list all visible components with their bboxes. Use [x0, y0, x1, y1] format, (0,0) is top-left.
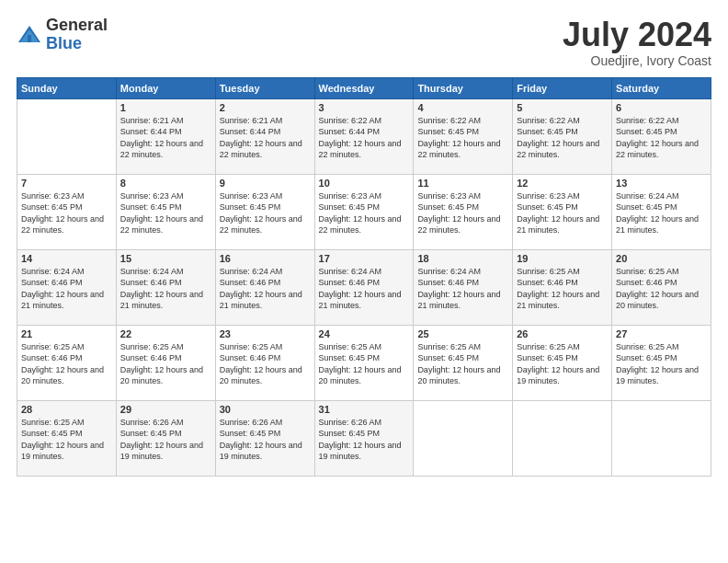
title-block: July 2024 Ouedjire, Ivory Coast [563, 17, 711, 68]
cell-info: Sunrise: 6:24 AMSunset: 6:46 PMDaylight:… [21, 267, 104, 311]
day-number: 22 [120, 328, 211, 339]
calendar-cell: 17Sunrise: 6:24 AMSunset: 6:46 PMDayligh… [314, 249, 414, 325]
cell-info: Sunrise: 6:26 AMSunset: 6:45 PMDaylight:… [319, 418, 402, 462]
calendar-cell: 31Sunrise: 6:26 AMSunset: 6:45 PMDayligh… [314, 400, 414, 476]
day-number: 10 [319, 178, 410, 189]
day-number: 1 [120, 102, 211, 113]
calendar-cell: 24Sunrise: 6:25 AMSunset: 6:45 PMDayligh… [314, 325, 414, 400]
logo-text: General Blue [46, 17, 108, 53]
calendar-cell: 8Sunrise: 6:23 AMSunset: 6:45 PMDaylight… [116, 174, 215, 249]
cell-info: Sunrise: 6:23 AMSunset: 6:45 PMDaylight:… [220, 191, 302, 236]
day-number: 9 [220, 178, 311, 189]
day-number: 24 [319, 328, 410, 339]
calendar-cell: 16Sunrise: 6:24 AMSunset: 6:46 PMDayligh… [215, 249, 314, 325]
calendar-cell: 26Sunrise: 6:25 AMSunset: 6:45 PMDayligh… [513, 325, 612, 400]
day-number: 8 [120, 178, 211, 189]
calendar-cell [612, 400, 711, 476]
calendar-cell: 6Sunrise: 6:22 AMSunset: 6:45 PMDaylight… [612, 98, 711, 174]
cell-info: Sunrise: 6:25 AMSunset: 6:45 PMDaylight:… [417, 342, 500, 386]
calendar-cell: 4Sunrise: 6:22 AMSunset: 6:45 PMDaylight… [414, 98, 513, 174]
day-number: 27 [616, 328, 707, 339]
calendar-cell: 28Sunrise: 6:25 AMSunset: 6:45 PMDayligh… [17, 400, 117, 476]
cell-info: Sunrise: 6:25 AMSunset: 6:46 PMDaylight:… [616, 267, 699, 311]
day-header-tuesday: Tuesday [215, 77, 314, 98]
logo-general-text: General [46, 17, 108, 35]
day-number: 30 [220, 404, 311, 415]
day-number: 4 [417, 102, 508, 113]
week-row-4: 28Sunrise: 6:25 AMSunset: 6:45 PMDayligh… [17, 400, 711, 476]
day-number: 6 [616, 102, 707, 113]
day-number: 16 [220, 253, 311, 264]
calendar-cell: 18Sunrise: 6:24 AMSunset: 6:46 PMDayligh… [414, 249, 513, 325]
cell-info: Sunrise: 6:24 AMSunset: 6:46 PMDaylight:… [319, 267, 402, 311]
calendar-cell: 12Sunrise: 6:23 AMSunset: 6:45 PMDayligh… [513, 174, 612, 249]
day-number: 5 [517, 102, 608, 113]
week-row-0: 1Sunrise: 6:21 AMSunset: 6:44 PMDaylight… [17, 98, 711, 174]
calendar-cell: 25Sunrise: 6:25 AMSunset: 6:45 PMDayligh… [414, 325, 513, 400]
day-number: 31 [319, 404, 410, 415]
cell-info: Sunrise: 6:23 AMSunset: 6:45 PMDaylight:… [417, 191, 500, 236]
calendar-cell [513, 400, 612, 476]
cell-info: Sunrise: 6:23 AMSunset: 6:45 PMDaylight:… [319, 191, 402, 236]
page: General Blue July 2024 Ouedjire, Ivory C… [0, 0, 728, 563]
day-number: 14 [21, 253, 112, 264]
day-header-friday: Friday [513, 77, 612, 98]
cell-info: Sunrise: 6:24 AMSunset: 6:46 PMDaylight:… [417, 267, 500, 311]
calendar-cell: 30Sunrise: 6:26 AMSunset: 6:45 PMDayligh… [215, 400, 314, 476]
day-number: 28 [21, 404, 112, 415]
calendar-cell: 14Sunrise: 6:24 AMSunset: 6:46 PMDayligh… [17, 249, 117, 325]
day-number: 7 [21, 178, 112, 189]
calendar-cell: 7Sunrise: 6:23 AMSunset: 6:45 PMDaylight… [17, 174, 117, 249]
calendar-cell: 3Sunrise: 6:22 AMSunset: 6:44 PMDaylight… [314, 98, 414, 174]
cell-info: Sunrise: 6:22 AMSunset: 6:45 PMDaylight:… [417, 116, 500, 160]
calendar-cell: 1Sunrise: 6:21 AMSunset: 6:44 PMDaylight… [116, 98, 215, 174]
week-row-3: 21Sunrise: 6:25 AMSunset: 6:46 PMDayligh… [17, 325, 711, 400]
cell-info: Sunrise: 6:24 AMSunset: 6:45 PMDaylight:… [616, 191, 699, 236]
cell-info: Sunrise: 6:25 AMSunset: 6:45 PMDaylight:… [319, 342, 402, 386]
calendar-cell: 19Sunrise: 6:25 AMSunset: 6:46 PMDayligh… [513, 249, 612, 325]
calendar-cell: 5Sunrise: 6:22 AMSunset: 6:45 PMDaylight… [513, 98, 612, 174]
day-number: 20 [616, 253, 707, 264]
cell-info: Sunrise: 6:25 AMSunset: 6:45 PMDaylight:… [616, 342, 699, 386]
logo-blue-text: Blue [46, 35, 108, 53]
header: General Blue July 2024 Ouedjire, Ivory C… [17, 17, 711, 68]
day-number: 2 [220, 102, 311, 113]
cell-info: Sunrise: 6:23 AMSunset: 6:45 PMDaylight:… [120, 191, 203, 236]
day-number: 21 [21, 328, 112, 339]
calendar-cell: 20Sunrise: 6:25 AMSunset: 6:46 PMDayligh… [612, 249, 711, 325]
calendar-cell: 9Sunrise: 6:23 AMSunset: 6:45 PMDaylight… [215, 174, 314, 249]
cell-info: Sunrise: 6:26 AMSunset: 6:45 PMDaylight:… [120, 418, 203, 462]
cell-info: Sunrise: 6:24 AMSunset: 6:46 PMDaylight:… [120, 267, 203, 311]
days-header-row: SundayMondayTuesdayWednesdayThursdayFrid… [17, 77, 711, 98]
calendar-cell: 22Sunrise: 6:25 AMSunset: 6:46 PMDayligh… [116, 325, 215, 400]
day-header-thursday: Thursday [414, 77, 513, 98]
cell-info: Sunrise: 6:21 AMSunset: 6:44 PMDaylight:… [220, 116, 302, 160]
cell-info: Sunrise: 6:22 AMSunset: 6:44 PMDaylight:… [319, 116, 402, 160]
calendar-cell: 15Sunrise: 6:24 AMSunset: 6:46 PMDayligh… [116, 249, 215, 325]
day-header-monday: Monday [116, 77, 215, 98]
cell-info: Sunrise: 6:25 AMSunset: 6:46 PMDaylight:… [120, 342, 203, 386]
cell-info: Sunrise: 6:25 AMSunset: 6:46 PMDaylight:… [21, 342, 104, 386]
day-number: 29 [120, 404, 211, 415]
day-number: 18 [417, 253, 508, 264]
location: Ouedjire, Ivory Coast [563, 53, 711, 68]
day-header-wednesday: Wednesday [314, 77, 414, 98]
calendar-cell: 27Sunrise: 6:25 AMSunset: 6:45 PMDayligh… [612, 325, 711, 400]
day-number: 3 [319, 102, 410, 113]
day-number: 13 [616, 178, 707, 189]
cell-info: Sunrise: 6:24 AMSunset: 6:46 PMDaylight:… [220, 267, 302, 311]
day-number: 19 [517, 253, 608, 264]
cell-info: Sunrise: 6:25 AMSunset: 6:45 PMDaylight:… [21, 418, 104, 462]
calendar-cell: 10Sunrise: 6:23 AMSunset: 6:45 PMDayligh… [314, 174, 414, 249]
cell-info: Sunrise: 6:23 AMSunset: 6:45 PMDaylight:… [517, 191, 599, 236]
calendar-cell: 2Sunrise: 6:21 AMSunset: 6:44 PMDaylight… [215, 98, 314, 174]
day-header-sunday: Sunday [17, 77, 117, 98]
day-number: 25 [417, 328, 508, 339]
calendar-cell: 21Sunrise: 6:25 AMSunset: 6:46 PMDayligh… [17, 325, 117, 400]
week-row-1: 7Sunrise: 6:23 AMSunset: 6:45 PMDaylight… [17, 174, 711, 249]
cell-info: Sunrise: 6:25 AMSunset: 6:45 PMDaylight:… [517, 342, 599, 386]
day-number: 17 [319, 253, 410, 264]
week-row-2: 14Sunrise: 6:24 AMSunset: 6:46 PMDayligh… [17, 249, 711, 325]
cell-info: Sunrise: 6:22 AMSunset: 6:45 PMDaylight:… [517, 116, 599, 160]
cell-info: Sunrise: 6:26 AMSunset: 6:45 PMDaylight:… [220, 418, 302, 462]
